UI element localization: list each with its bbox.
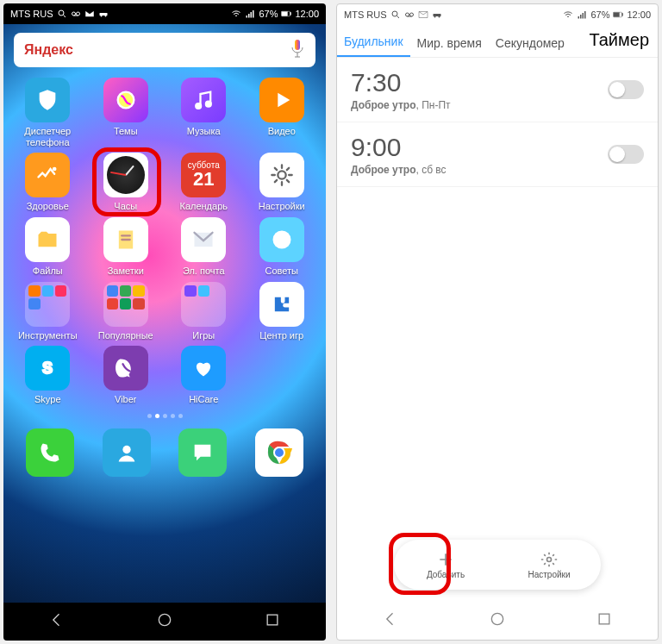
app-популярные[interactable]: Популярные (89, 282, 164, 341)
svg-point-54 (491, 613, 503, 624)
page-dot[interactable] (178, 414, 183, 418)
svg-rect-5 (99, 13, 107, 16)
dock-contact[interactable] (103, 428, 151, 477)
skype-icon: S (25, 346, 70, 391)
page-dot[interactable] (171, 414, 175, 418)
svg-rect-8 (247, 16, 248, 18)
info-icon: i (259, 217, 304, 262)
app-инструменты[interactable]: Инструменты (10, 282, 85, 341)
tab-будильник[interactable]: Будильник (337, 28, 410, 57)
nav-back[interactable] (48, 611, 66, 632)
phone-clockapp: MTS RUS 67% 12:00 БудильникМир. времяСек… (336, 3, 659, 641)
app-hicare[interactable]: HiCare (166, 346, 241, 405)
msg-icon (178, 428, 227, 477)
app-видео[interactable]: Видео (245, 78, 320, 147)
home-area: Яндекс Диспетчер телефонаТемыМузыкаВидео… (3, 24, 326, 603)
svg-point-19 (53, 167, 57, 172)
svg-rect-55 (599, 614, 609, 624)
app-настройки[interactable]: Настройки (245, 153, 320, 212)
page-dot[interactable] (147, 414, 152, 418)
svg-rect-47 (584, 11, 586, 19)
care-icon (181, 346, 226, 391)
nav-recents[interactable] (596, 610, 613, 631)
shield-icon (25, 78, 70, 122)
app-заметки[interactable]: Заметки (89, 217, 164, 277)
search-brand: Яндекс (24, 42, 73, 58)
tab-таймер[interactable]: Таймер (582, 23, 658, 57)
play-icon (259, 78, 304, 122)
svg-rect-13 (282, 12, 287, 16)
svg-point-2 (72, 12, 75, 16)
nav-recents[interactable] (264, 611, 281, 632)
svg-rect-49 (614, 13, 619, 17)
svg-point-7 (104, 16, 106, 17)
wifi-icon (563, 9, 573, 20)
svg-point-3 (76, 12, 79, 16)
settings-button[interactable]: Настройки (497, 540, 601, 590)
svg-point-36 (392, 11, 397, 16)
app-label: Игры (192, 330, 215, 341)
alarm-toggle[interactable] (608, 80, 644, 99)
page-dot[interactable] (163, 414, 167, 418)
alarm-row[interactable]: 9:00 Доброе утро, сб вс (337, 122, 658, 187)
svg-rect-10 (251, 12, 253, 18)
add-button[interactable]: Добавить (394, 540, 497, 590)
themes-icon (103, 78, 148, 122)
app-часы[interactable]: Часы (89, 153, 164, 212)
app-label: Заметки (108, 266, 144, 277)
app-диспетчер-телефона[interactable]: Диспетчер телефона (10, 78, 85, 147)
app-советы[interactable]: iСоветы (245, 217, 320, 277)
search-icon (390, 9, 401, 20)
svg-point-29 (122, 446, 130, 453)
nav-home[interactable] (489, 610, 506, 631)
app-календарь[interactable]: суббота21Календарь (166, 153, 241, 212)
search-bar[interactable]: Яндекс (14, 33, 315, 67)
car-icon (98, 9, 109, 19)
app-файлы[interactable]: Файлы (10, 217, 85, 277)
alarm-row[interactable]: 7:30 Доброе утро, Пн-Пт (337, 58, 658, 122)
app-здоровье[interactable]: Здоровье (10, 153, 85, 212)
app-label: Центр игр (259, 330, 303, 341)
dock-phone[interactable] (26, 428, 74, 477)
chrome-icon (255, 428, 303, 477)
svg-point-34 (159, 614, 170, 625)
mic-icon[interactable] (290, 39, 305, 61)
svg-rect-9 (248, 14, 250, 18)
alarm-sub: Доброе утро, Пн-Пт (351, 99, 608, 111)
mail-icon (418, 9, 428, 20)
gear-icon (259, 153, 304, 197)
svg-point-38 (405, 13, 409, 16)
wifi-icon (231, 9, 241, 19)
tab-секундомер[interactable]: Секундомер (489, 29, 571, 57)
gear-icon (540, 551, 558, 568)
dock-chrome[interactable] (255, 428, 303, 477)
nav-back[interactable] (382, 610, 399, 631)
app-эл-почта[interactable]: Эл. почта (166, 217, 241, 277)
app-skype[interactable]: SSkype (10, 346, 85, 405)
app-label: Здоровье (27, 201, 69, 212)
clock-text: 12:00 (627, 9, 651, 20)
app-label: Видео (268, 126, 296, 137)
app-музыка[interactable]: Музыка (166, 78, 241, 147)
battery-percent: 67% (259, 9, 278, 19)
app-темы[interactable]: Темы (89, 78, 164, 147)
nav-home[interactable] (156, 611, 173, 632)
settings-label: Настройки (528, 570, 570, 579)
battery-percent: 67% (590, 9, 609, 20)
page-dot[interactable] (155, 414, 159, 418)
app-игры[interactable]: Игры (166, 282, 241, 341)
dock-msg[interactable] (178, 428, 227, 477)
svg-point-18 (206, 102, 211, 107)
page-indicator (3, 414, 326, 418)
tab-мир-время[interactable]: Мир. время (410, 29, 489, 57)
clock-text: 12:00 (295, 9, 319, 19)
mail-icon (181, 217, 226, 262)
app-label: Skype (34, 394, 61, 405)
alarm-toggle[interactable] (608, 145, 644, 164)
svg-rect-46 (583, 13, 584, 19)
app-центр-игр[interactable]: Центр игр (245, 282, 320, 341)
app-grid: Диспетчер телефонаТемыМузыкаВидеоЗдоровь… (3, 74, 326, 409)
svg-rect-14 (290, 13, 291, 16)
alarm-sub: Доброе утро, сб вс (351, 164, 608, 176)
app-viber[interactable]: Viber (89, 346, 164, 405)
